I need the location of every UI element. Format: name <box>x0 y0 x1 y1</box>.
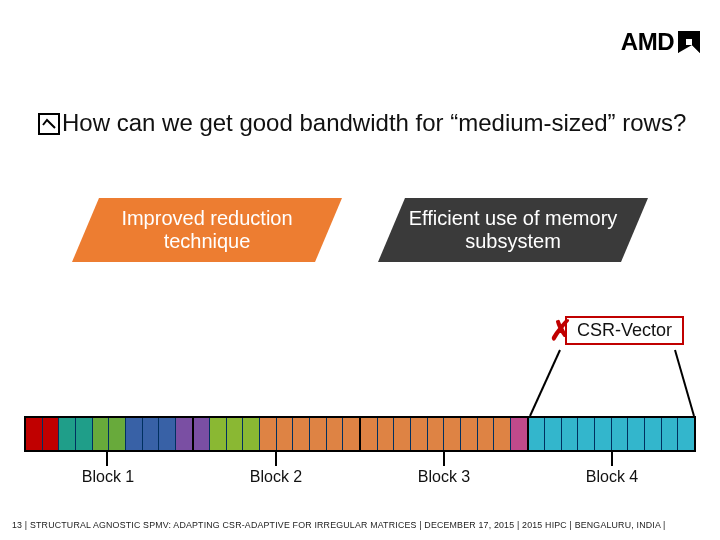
block <box>194 416 362 452</box>
block-cell <box>561 418 578 450</box>
block-cell <box>342 418 359 450</box>
slide-question-text: How can we get good bandwidth for “mediu… <box>62 109 686 136</box>
block-cell <box>292 418 309 450</box>
brand-logo: AMD <box>621 28 700 56</box>
block-cell <box>108 418 125 450</box>
block-cell <box>175 418 192 450</box>
block-cell <box>427 418 444 450</box>
block-cell <box>309 418 326 450</box>
block-cell <box>627 418 644 450</box>
block-label: Block 2 <box>192 468 360 486</box>
bullet-box-arrow-icon <box>38 112 60 142</box>
pill-text: Improved reduction technique <box>72 198 342 262</box>
block <box>529 416 697 452</box>
cross-icon: ✗ <box>549 314 572 347</box>
block-cell <box>276 418 293 450</box>
block-cell <box>326 418 343 450</box>
block-cell <box>510 418 527 450</box>
brand-logo-text: AMD <box>621 28 674 56</box>
block-cell <box>493 418 510 450</box>
block-cell <box>410 418 427 450</box>
pill-text: Efficient use of memory subsystem <box>378 198 648 262</box>
block-cell <box>361 418 377 450</box>
block-label: Block 4 <box>528 468 696 486</box>
block-cell <box>142 418 159 450</box>
block-cell <box>226 418 243 450</box>
csr-vector-group: ✗ CSR-Vector <box>565 320 684 341</box>
svg-rect-5 <box>39 114 59 134</box>
block-cell <box>58 418 75 450</box>
svg-line-7 <box>675 350 694 416</box>
brand-logo-arrow-icon <box>678 31 700 53</box>
svg-line-6 <box>530 350 560 416</box>
block-cell <box>242 418 259 450</box>
block-cell <box>26 418 42 450</box>
block-cell <box>661 418 678 450</box>
block-cell <box>194 418 210 450</box>
block-cell <box>125 418 142 450</box>
slide-footer: 13 | STRUCTURAL AGNOSTIC SPMV: ADAPTING … <box>12 520 708 530</box>
block-cell <box>594 418 611 450</box>
block-cell <box>443 418 460 450</box>
block-cell <box>460 418 477 450</box>
csr-vector-label: CSR-Vector <box>565 316 684 345</box>
block-cell <box>92 418 109 450</box>
block <box>361 416 529 452</box>
block-cell <box>75 418 92 450</box>
block-cell <box>577 418 594 450</box>
svg-marker-1 <box>686 39 692 45</box>
block-cell <box>393 418 410 450</box>
block-label: Block 1 <box>24 468 192 486</box>
connector-lines <box>0 0 720 540</box>
block-cell <box>259 418 276 450</box>
block-cell <box>529 418 545 450</box>
block-cell <box>377 418 394 450</box>
pill-efficient-memory: Efficient use of memory subsystem <box>378 198 648 262</box>
block <box>24 416 194 452</box>
block-cell <box>611 418 628 450</box>
block-cell <box>158 418 175 450</box>
slide-question: How can we get good bandwidth for “mediu… <box>38 108 690 142</box>
pill-improved-reduction: Improved reduction technique <box>72 198 342 262</box>
block-cell <box>644 418 661 450</box>
block-cell <box>42 418 59 450</box>
block-cell <box>677 418 694 450</box>
block-strip <box>24 416 696 452</box>
block-cell <box>544 418 561 450</box>
block-cell <box>477 418 494 450</box>
block-cell <box>209 418 226 450</box>
pill-row: Improved reduction technique Efficient u… <box>0 198 720 262</box>
block-labels-row: Block 1 Block 2 Block 3 Block 4 <box>24 468 696 486</box>
block-label: Block 3 <box>360 468 528 486</box>
